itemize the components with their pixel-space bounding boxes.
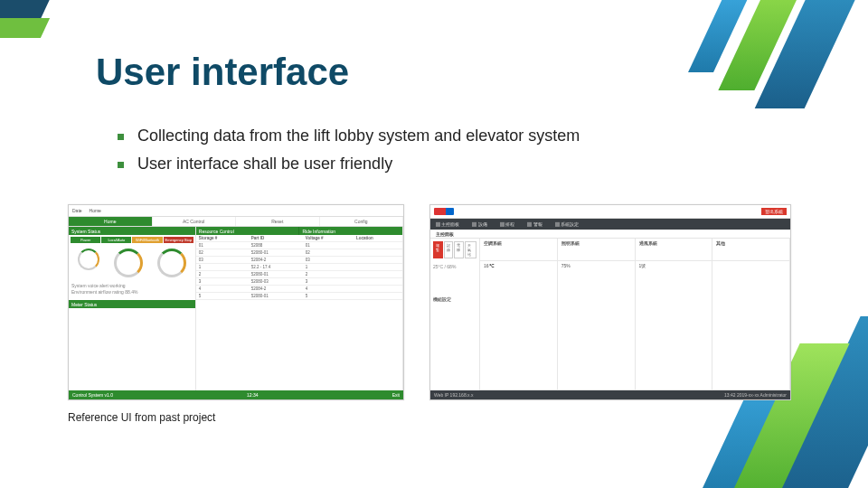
gauge-icon	[157, 249, 186, 277]
bullet-item: Collecting data from the lift lobby syst…	[118, 127, 580, 145]
status-button[interactable]: Emergency Stop	[164, 237, 193, 243]
col-value	[712, 261, 790, 389]
chip[interactable]: 報警	[433, 241, 443, 258]
main-panel: 空調系統照明系統通風系統其他 16℃75%1號	[480, 239, 790, 390]
system-info: System voice alert working Environment a…	[69, 281, 195, 296]
caption: Reference UI from past project	[68, 411, 215, 424]
control-column: Resource Control Ride Information Storag…	[196, 227, 403, 390]
section-header: Meter Status	[69, 300, 195, 308]
status-button[interactable]: WiFi/Bluetooth	[132, 237, 162, 243]
col-value: 75%	[558, 261, 636, 389]
side-section: 機組設定	[433, 296, 476, 302]
logout-button[interactable]: 登出系統	[761, 208, 787, 215]
chip[interactable]: 電梯	[454, 241, 464, 258]
reference-ui-left: Date Home Home AC Control Reset Config S…	[68, 204, 404, 400]
col-header: 空調系統	[480, 239, 558, 260]
side-value: 25°C / 68%	[433, 264, 476, 269]
gauge-icon	[114, 249, 143, 277]
col-header: 其他	[712, 239, 790, 260]
sidebar: 報警記錄電梯天氣站 25°C / 68% 機組設定	[430, 239, 480, 390]
nav-item[interactable]: ▦ 主控面板	[436, 221, 459, 227]
slide-title: User interface	[96, 51, 349, 94]
tab[interactable]: Reset	[236, 217, 320, 226]
status-button[interactable]: Local/Auto	[101, 237, 131, 243]
chip[interactable]: 天氣站	[465, 241, 476, 258]
tab[interactable]: Config	[320, 217, 404, 226]
section-header: Ride Information	[298, 227, 402, 235]
gauge-icon	[78, 249, 99, 270]
status-button[interactable]: Power	[71, 237, 100, 243]
ui-topbar: 登出系統	[430, 205, 790, 219]
topbar-item: Home	[90, 208, 101, 213]
decor-stripe	[0, 18, 50, 38]
nav-item[interactable]: ▦ 設備	[472, 221, 486, 227]
ui-topbar: Date Home	[69, 205, 403, 217]
nav-bar: ▦ 主控面板▦ 設備▦ 排程▦ 警報▦ 系統設定	[430, 219, 790, 230]
bullet-item: User interface shall be user friendly	[118, 155, 580, 174]
col-header: 照明系統	[558, 239, 636, 260]
status-column: System Status PowerLocal/AutoWiFi/Blueto…	[69, 227, 196, 390]
breadcrumb: 主控面板	[430, 230, 790, 239]
nav-item[interactable]: ▦ 系統設定	[555, 221, 579, 227]
logo-icon	[434, 208, 454, 215]
tab[interactable]: Home	[69, 217, 153, 226]
ui-footer: Web IP 192.168.x.x 13:42 2019-xx-xx Admi…	[430, 390, 790, 399]
nav-item[interactable]: ▦ 排程	[500, 221, 514, 227]
reference-ui-right: 登出系統 ▦ 主控面板▦ 設備▦ 排程▦ 警報▦ 系統設定 主控面板 報警記錄電…	[429, 204, 791, 400]
tab[interactable]: AC Control	[153, 217, 237, 226]
bullet-list: Collecting data from the lift lobby syst…	[118, 127, 580, 183]
status-buttons: PowerLocal/AutoWiFi/BluetoothEmergency S…	[69, 235, 195, 245]
ui-tabs: Home AC Control Reset Config	[69, 217, 403, 227]
gauges	[69, 245, 195, 281]
col-value: 1號	[636, 261, 713, 389]
ui-footer: Control System v1.0 12:34 Exit	[69, 390, 403, 399]
section-header: System Status	[69, 227, 195, 235]
chip[interactable]: 記錄	[444, 241, 454, 258]
topbar-item: Date	[72, 208, 82, 213]
col-value: 16℃	[480, 261, 558, 389]
slide: User interface Collecting data from the …	[0, 0, 868, 488]
control-table: Storage #Part IDVoltage #Location0152088…	[196, 235, 402, 300]
section-header: Resource Control	[196, 227, 299, 235]
col-header: 通風系統	[636, 239, 713, 260]
nav-item[interactable]: ▦ 警報	[527, 221, 542, 227]
